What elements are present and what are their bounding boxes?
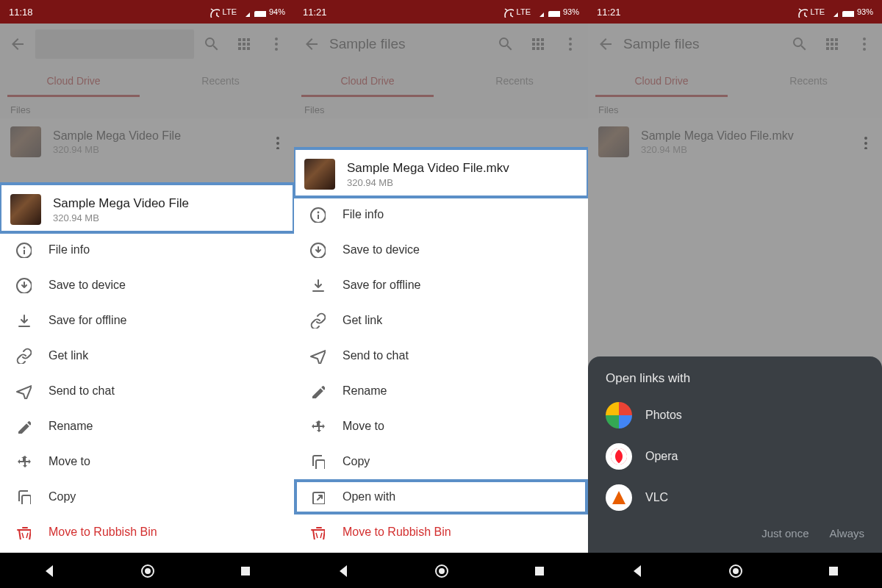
sheet-file-size: 320.94 MB	[53, 212, 189, 223]
status-time: 11:21	[303, 7, 327, 18]
phone-2: 11:21 LTE 93% Sample files Cloud Drive R	[294, 0, 588, 588]
status-bar: 11:21 LTE 93%	[294, 0, 588, 24]
status-battery: 93%	[563, 7, 579, 16]
opt-rename[interactable]: Rename	[0, 409, 294, 444]
nav-recent-icon[interactable]	[237, 562, 253, 578]
opt-open-with[interactable]: Open with	[294, 479, 588, 514]
status-battery: 93%	[857, 7, 873, 16]
alarm-icon	[502, 6, 514, 18]
nav-back-icon[interactable]	[629, 562, 645, 578]
opt-move-to-rubbish-bin[interactable]: Move to Rubbish Bin	[0, 514, 294, 550]
nav-home-icon[interactable]	[433, 562, 449, 578]
status-lte: LTE	[517, 7, 531, 16]
opt-move-to[interactable]: Move to	[0, 444, 294, 479]
opt-rename[interactable]: Rename	[294, 373, 588, 409]
bottom-sheet-scrim[interactable]: Sample Mega Video File.mkv 320.94 MB Fil…	[294, 24, 588, 553]
app-icon-vlc	[606, 484, 632, 511]
info-icon	[15, 241, 32, 259]
phone-1: 11:18 LTE 94% Cloud Drive Recents	[0, 0, 294, 588]
open-icon	[309, 488, 326, 506]
battery-icon	[253, 7, 266, 17]
opt-file-info[interactable]: File info	[294, 197, 588, 232]
link-icon	[15, 347, 32, 365]
opt-file-info[interactable]: File info	[0, 232, 294, 268]
alarm-icon	[208, 6, 220, 18]
status-time: 11:18	[9, 7, 33, 18]
sheet-file-size: 320.94 MB	[347, 177, 509, 188]
opt-get-link[interactable]: Get link	[0, 338, 294, 373]
open-with-photos[interactable]: Photos	[588, 395, 882, 436]
open-with-vlc[interactable]: VLC	[588, 477, 882, 518]
nav-home-icon[interactable]	[139, 562, 155, 578]
status-bar: 11:21 LTE 93%	[588, 0, 882, 24]
open-with-sheet: Open links with Photos Opera VLC Just on…	[588, 356, 882, 553]
sheet-header: Sample Mega Video File 320.94 MB	[0, 184, 294, 232]
nav-bar	[294, 553, 588, 588]
signal-icon	[240, 7, 250, 17]
status-lte: LTE	[811, 7, 825, 16]
opt-save-to-device[interactable]: Save to device	[294, 232, 588, 268]
nav-recent-icon[interactable]	[825, 562, 841, 578]
open-with-always[interactable]: Always	[829, 527, 864, 539]
signal-icon	[534, 7, 544, 17]
bottom-sheet: Sample Mega Video File 320.94 MB File in…	[0, 184, 294, 553]
trash-icon	[15, 523, 32, 541]
signal-icon	[828, 7, 838, 17]
move-icon	[309, 417, 326, 435]
opt-copy[interactable]: Copy	[294, 444, 588, 479]
opt-save-for-offline[interactable]: Save for offline	[294, 268, 588, 303]
open-with-just-once[interactable]: Just once	[761, 527, 808, 539]
status-battery: 94%	[269, 7, 285, 16]
opt-save-for-offline[interactable]: Save for offline	[0, 303, 294, 338]
trash-icon	[309, 523, 326, 541]
offline-icon	[15, 312, 32, 329]
app-icon-opera	[606, 443, 632, 470]
rename-icon	[309, 382, 326, 400]
sheet-header: Sample Mega Video File.mkv 320.94 MB	[294, 148, 588, 197]
opt-get-link[interactable]: Get link	[294, 303, 588, 338]
open-with-scrim[interactable]: Open links with Photos Opera VLC Just on…	[588, 24, 882, 553]
save-icon	[309, 241, 326, 259]
bottom-sheet: Sample Mega Video File.mkv 320.94 MB Fil…	[294, 148, 588, 553]
status-lte: LTE	[223, 7, 237, 16]
move-icon	[15, 453, 32, 470]
link-icon	[309, 312, 326, 329]
phone-3: 11:21 LTE 93% Sample files Cloud Drive R	[588, 0, 882, 588]
opt-save-to-device[interactable]: Save to device	[0, 268, 294, 303]
app-icon-photos	[606, 402, 632, 429]
opt-send-to-chat[interactable]: Send to chat	[0, 373, 294, 409]
copy-icon	[309, 453, 326, 470]
open-with-opera[interactable]: Opera	[588, 436, 882, 477]
info-icon	[309, 206, 326, 223]
sheet-file-name: Sample Mega Video File	[53, 196, 189, 211]
send-icon	[15, 382, 32, 400]
sheet-thumb	[10, 194, 41, 225]
status-bar: 11:18 LTE 94%	[0, 0, 294, 24]
sheet-file-name: Sample Mega Video File.mkv	[347, 161, 509, 176]
offline-icon	[309, 276, 326, 294]
send-icon	[309, 347, 326, 365]
copy-icon	[15, 488, 32, 506]
open-with-title: Open links with	[588, 356, 882, 395]
opt-copy[interactable]: Copy	[0, 479, 294, 514]
save-icon	[15, 276, 32, 294]
nav-recent-icon[interactable]	[531, 562, 547, 578]
nav-bar	[0, 553, 294, 588]
nav-back-icon[interactable]	[41, 562, 57, 578]
opt-move-to-rubbish-bin[interactable]: Move to Rubbish Bin	[294, 514, 588, 550]
opt-move-to[interactable]: Move to	[294, 409, 588, 444]
battery-icon	[841, 7, 854, 17]
status-time: 11:21	[597, 7, 621, 18]
sheet-thumb	[304, 159, 335, 190]
opt-send-to-chat[interactable]: Send to chat	[294, 338, 588, 373]
rename-icon	[15, 417, 32, 435]
nav-home-icon[interactable]	[727, 562, 743, 578]
bottom-sheet-scrim[interactable]: Sample Mega Video File 320.94 MB File in…	[0, 24, 294, 553]
nav-back-icon[interactable]	[335, 562, 351, 578]
nav-bar	[588, 553, 882, 588]
alarm-icon	[796, 6, 808, 18]
battery-icon	[547, 7, 560, 17]
